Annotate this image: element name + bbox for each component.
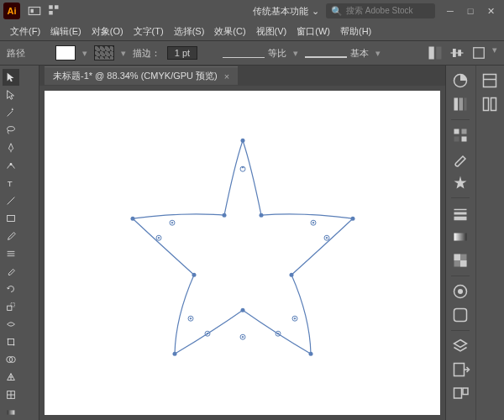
lasso-tool[interactable] [3, 122, 19, 139]
svg-rect-91 [484, 98, 489, 111]
menu-object[interactable]: 对象(O) [88, 24, 127, 39]
transform-icon[interactable] [470, 45, 487, 61]
stroke-label: 描边： [133, 47, 160, 60]
appearance-panel-icon[interactable] [450, 281, 470, 302]
menu-effect[interactable]: 效果(C) [211, 24, 249, 39]
profile-label: 等比 [268, 47, 286, 60]
chevron-down-icon[interactable]: ▾ [82, 48, 87, 59]
svg-rect-26 [8, 410, 15, 414]
svg-point-65 [277, 333, 279, 334]
width-tool[interactable] [3, 316, 19, 333]
variable-width-profile[interactable] [223, 48, 265, 58]
layers-panel-icon[interactable] [450, 336, 470, 356]
star-shape[interactable] [108, 128, 377, 388]
chevron-down-icon[interactable]: ▾ [375, 48, 381, 59]
rotate-tool[interactable] [3, 281, 19, 297]
svg-point-57 [190, 318, 192, 319]
svg-line-14 [8, 197, 15, 205]
stroke-weight-input[interactable]: 1 pt [167, 46, 197, 60]
opacity-icon[interactable] [427, 45, 444, 61]
menu-bar: 文件(F) 编辑(E) 对象(O) 文字(T) 选择(S) 效果(C) 视图(V… [0, 22, 504, 40]
fill-swatch[interactable] [55, 45, 76, 60]
transparency-panel-icon[interactable] [450, 250, 470, 270]
libraries-panel-icon[interactable] [480, 94, 500, 114]
workspace-selector[interactable]: 传统基本功能 ⌄ [253, 5, 319, 18]
svg-rect-4 [49, 11, 53, 15]
svg-point-41 [289, 273, 293, 277]
svg-rect-82 [460, 260, 467, 267]
svg-rect-73 [462, 129, 467, 134]
shaper-tool[interactable] [3, 245, 19, 262]
maximize-button[interactable]: □ [460, 3, 480, 18]
svg-rect-81 [454, 255, 461, 261]
stroke-swatch[interactable] [94, 45, 114, 60]
color-guide-panel-icon[interactable] [450, 94, 470, 114]
pen-tool[interactable] [3, 139, 19, 156]
svg-point-63 [158, 237, 160, 239]
svg-point-43 [240, 308, 244, 312]
search-placeholder: 搜索 Adobe Stock [346, 5, 412, 17]
symbols-panel-icon[interactable] [450, 172, 470, 192]
artboards-panel-icon[interactable] [450, 383, 470, 403]
search-stock-input[interactable]: 🔍 搜索 Adobe Stock [326, 3, 435, 18]
curvature-tool[interactable] [3, 157, 19, 174]
menu-window[interactable]: 窗口(W) [293, 24, 333, 39]
swatches-panel-icon[interactable] [450, 125, 470, 145]
svg-point-49 [242, 166, 244, 168]
close-tab-icon[interactable]: × [224, 71, 229, 81]
svg-point-51 [312, 222, 314, 223]
chevron-down-icon: ⌄ [312, 6, 319, 17]
menu-file[interactable]: 文件(F) [7, 24, 44, 39]
magic-wand-tool[interactable] [3, 104, 19, 121]
arrange-icon[interactable] [47, 3, 62, 18]
chevron-down-icon[interactable]: ▾ [293, 48, 298, 59]
search-icon: 🔍 [331, 6, 343, 17]
bridge-icon[interactable] [27, 3, 42, 18]
svg-point-40 [350, 217, 354, 221]
eraser-tool[interactable] [3, 263, 19, 280]
document-title: 未标题-1* @ 88.34% (CMYK/GPU 预览) [53, 70, 218, 82]
perspective-tool[interactable] [3, 369, 19, 386]
svg-rect-2 [49, 5, 53, 9]
graphic-styles-panel-icon[interactable] [450, 305, 470, 325]
properties-panel-icon[interactable] [480, 71, 500, 91]
canvas-artboard[interactable] [45, 91, 440, 415]
svg-point-39 [259, 213, 263, 218]
scale-tool[interactable] [3, 298, 19, 315]
minimize-button[interactable]: ─ [440, 3, 460, 18]
chevron-down-icon[interactable]: ▾ [492, 45, 497, 61]
stroke-panel-icon[interactable] [450, 203, 470, 223]
gradient-tool[interactable] [3, 404, 19, 420]
brush-definition[interactable] [305, 48, 347, 58]
brushes-panel-icon[interactable] [450, 149, 470, 169]
close-button[interactable]: ✕ [480, 3, 501, 18]
paintbrush-tool[interactable] [3, 228, 19, 244]
document-tab[interactable]: 未标题-1* @ 88.34% (CMYK/GPU 预览) × [45, 66, 238, 85]
shape-builder-tool[interactable] [3, 351, 19, 368]
free-transform-tool[interactable] [3, 333, 19, 350]
menu-help[interactable]: 帮助(H) [337, 24, 375, 39]
direct-selection-tool[interactable] [3, 87, 19, 103]
color-panel-icon[interactable] [450, 71, 470, 91]
type-tool[interactable]: T [3, 175, 19, 192]
line-tool[interactable] [3, 192, 19, 209]
svg-point-67 [207, 333, 208, 334]
svg-rect-9 [458, 50, 461, 56]
svg-point-53 [294, 318, 296, 319]
rectangle-tool[interactable] [3, 210, 19, 227]
menu-select[interactable]: 选择(S) [171, 24, 208, 39]
mesh-tool[interactable] [3, 386, 19, 403]
gradient-panel-icon[interactable] [450, 227, 470, 247]
svg-point-84 [458, 289, 463, 294]
svg-rect-87 [454, 388, 462, 398]
svg-rect-71 [465, 98, 467, 111]
selection-tool[interactable] [3, 69, 19, 86]
chevron-down-icon[interactable]: ▾ [121, 48, 126, 59]
right-panel-dock [445, 66, 504, 420]
menu-view[interactable]: 视图(V) [253, 24, 291, 39]
align-icon[interactable] [449, 45, 465, 61]
menu-edit[interactable]: 编辑(E) [47, 24, 85, 39]
asset-export-panel-icon[interactable] [450, 360, 470, 380]
svg-rect-74 [454, 137, 459, 142]
menu-type[interactable]: 文字(T) [130, 24, 167, 39]
